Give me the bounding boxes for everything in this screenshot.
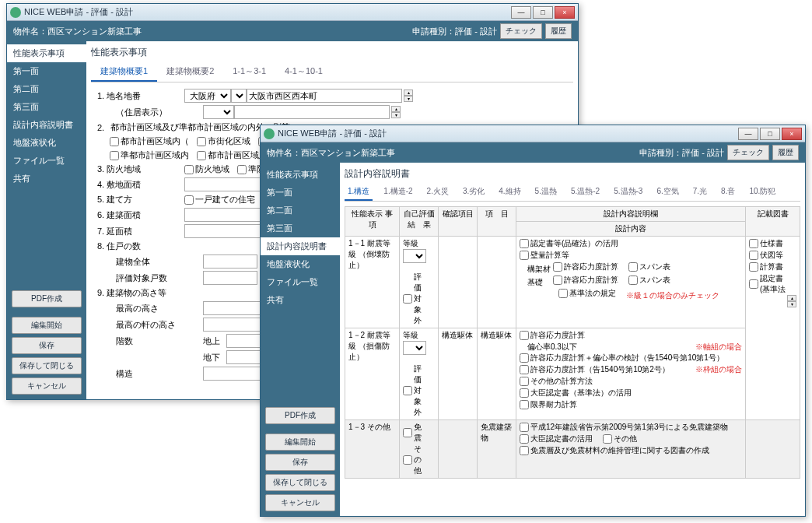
units-eval-input[interactable] (203, 271, 257, 285)
cb-doc-calc[interactable]: 計算書 (749, 262, 783, 272)
tab-onnetsu3[interactable]: 5.温熱-3 (611, 184, 646, 201)
juukyo-input[interactable] (234, 105, 390, 119)
units-total-input[interactable] (203, 254, 257, 269)
cb-nintei[interactable]: 認定書等(品確法）の活用 (520, 238, 618, 249)
check-button[interactable]: チェック (500, 23, 542, 39)
cb-span1[interactable]: スパン表 (628, 262, 670, 272)
grade-select-2[interactable] (403, 341, 426, 355)
close-button-2[interactable]: × (782, 128, 802, 140)
cb-shigaika[interactable]: 市街化区域 (197, 135, 250, 147)
address-spinner[interactable]: ▴▾ (404, 90, 413, 102)
cb-span2[interactable]: スパン表 (628, 275, 670, 286)
edit-button-2[interactable]: 編集開始 (265, 433, 335, 451)
cb-calc5[interactable]: 大臣認定書（基準法）の活用 (520, 388, 632, 398)
history-button[interactable]: 履歴 (545, 23, 572, 39)
address-input[interactable] (247, 89, 402, 103)
cb-kyoyou2[interactable]: 許容応力度計算 (553, 275, 618, 286)
row5-label: 建て方 (107, 195, 132, 204)
cb-calc6[interactable]: 限界耐力計算 (520, 399, 577, 410)
cb-im3[interactable]: その他 (603, 433, 637, 444)
sidebar2-item-p3[interactable]: 第三面 (261, 219, 340, 237)
cb-doc-spec[interactable]: 仕様書 (749, 238, 783, 249)
tab-41-101[interactable]: 4-1～10-1 (275, 62, 332, 82)
cancel-button[interactable]: キャンセル (12, 377, 82, 395)
apptype-label: 申請種別： (412, 26, 455, 37)
close-button[interactable]: × (555, 6, 575, 19)
cb-calc2[interactable]: 許容応力度計算＋偏心率の検討（告1540号第10第1号） (520, 353, 724, 363)
maximize-button[interactable]: □ (533, 6, 553, 19)
sidebar-item-p3[interactable]: 第三面 (7, 98, 86, 116)
cb-im1[interactable]: 平成12年建設省告示第2009号第1第3号による免震建築物 (520, 422, 729, 433)
sidebar2-item-design[interactable]: 設計内容説明書 (261, 237, 340, 255)
sidebar2-item-p2[interactable]: 第二面 (261, 202, 340, 219)
cb-im2[interactable]: 大臣認定書の活用 (520, 433, 593, 444)
pdf-button[interactable]: PDF作成 (12, 290, 82, 307)
minimize-button-2[interactable]: — (738, 128, 758, 140)
tab-overview1[interactable]: 建築物概要1 (91, 62, 157, 82)
cb-hekiryou[interactable]: 壁量計算等 (520, 250, 569, 261)
sidebar2-item-files[interactable]: ファイル一覧 (261, 273, 340, 291)
grade-select-1[interactable] (403, 249, 426, 263)
tab-onnetsu2[interactable]: 5.温熱-2 (568, 184, 603, 201)
check-button-2[interactable]: チェック (727, 145, 769, 160)
cb-doc-nintei[interactable]: 認定書(基準法 (749, 273, 789, 295)
tab-iji[interactable]: 4.維持 (495, 184, 523, 201)
cb-menshin[interactable]: 免震 (403, 422, 427, 444)
sidebar2-item-performance[interactable]: 性能表示事項 (261, 166, 340, 184)
sidebar: 性能表示事項 第一面 第二面 第三面 設計内容説明書 地盤液状化 ファイル一覧 … (7, 41, 86, 399)
minimize-button[interactable]: — (511, 6, 531, 19)
tab-bouhan[interactable]: 10.防犯 (746, 184, 779, 201)
tab-onnetsu1[interactable]: 5.温熱 (532, 184, 560, 201)
cb-calc3[interactable]: 許容応力度計算（告1540号第10第2号） (520, 364, 670, 375)
tab-kouzou2[interactable]: 1.構造-2 (380, 184, 415, 201)
pdf-button-2[interactable]: PDF作成 (265, 407, 335, 424)
sidebar-item-share[interactable]: 共有 (7, 170, 86, 188)
tab-kasai[interactable]: 2.火災 (424, 184, 452, 201)
pref-select[interactable]: 大阪府 (184, 89, 231, 103)
cb-calc4[interactable]: その他の計算方法 (520, 376, 593, 387)
tab-oto[interactable]: 8.音 (718, 184, 738, 201)
cb-excl-1[interactable]: 評価対象外 (403, 272, 427, 326)
edit-button[interactable]: 編集開始 (12, 317, 82, 334)
cb-bouka[interactable]: 防火地域 (184, 163, 229, 175)
cb-kyoyou1[interactable]: 許容応力度計算 (553, 262, 618, 272)
save-button[interactable]: 保存 (12, 337, 82, 354)
cb-toshikeikaku[interactable]: 都市計画区域内（ (110, 135, 189, 147)
cb-calc1[interactable]: 許容応力度計算 (520, 330, 585, 341)
cancel-button-2[interactable]: キャンセル (265, 494, 335, 511)
maximize-button-2[interactable]: □ (760, 128, 780, 140)
pref-sub-select[interactable] (231, 89, 247, 103)
tab-kuuki[interactable]: 6.空気 (653, 184, 681, 201)
sidebar2-item-share[interactable]: 共有 (261, 291, 340, 309)
cb-detached[interactable]: 一戸建ての住宅 (184, 194, 255, 205)
cb-doc-fuse[interactable]: 伏図等 (749, 250, 783, 261)
titlebar[interactable]: NICE WEB申請 - 評価 - 設計 — □ × (7, 4, 578, 21)
tab-overview2[interactable]: 建築物概要2 (157, 62, 223, 82)
titlebar-2[interactable]: NICE WEB申請 - 評価 - 設計 — □ × (261, 125, 805, 142)
tab-hikari[interactable]: 7.光 (690, 184, 710, 201)
juukyo-spinner[interactable]: ▴▾ (391, 106, 401, 118)
sidebar2-item-p1[interactable]: 第一面 (261, 184, 340, 202)
juukyo-select[interactable] (203, 105, 234, 119)
tab-kouzou1[interactable]: 1.構造 (345, 184, 373, 201)
save-close-button-2[interactable]: 保存して閉じる (265, 474, 335, 491)
sidebar-item-p2[interactable]: 第二面 (7, 80, 86, 98)
sidebar-2: 性能表示事項 第一面 第二面 第三面 設計内容説明書 地盤液状化 ファイル一覧 … (261, 163, 340, 516)
cb-jun-toshi[interactable]: 準都市計画区域内 (110, 149, 189, 161)
save-close-button[interactable]: 保存して閉じる (12, 357, 82, 374)
save-button-2[interactable]: 保存 (265, 454, 335, 471)
cb-sonota[interactable]: その他 (403, 444, 427, 476)
cb-excl-2[interactable]: 評価対象外 (403, 363, 427, 418)
tab-rekka[interactable]: 3.劣化 (460, 184, 488, 201)
cb-im4[interactable]: 免震層及び免震材料の維持管理に関する図書の作成 (520, 445, 709, 456)
tab-11-31[interactable]: 1-1～3-1 (223, 62, 275, 82)
history-button-2[interactable]: 履歴 (772, 145, 799, 160)
docs-spinner[interactable]: ▴▾ (787, 295, 796, 307)
sidebar-item-ground[interactable]: 地盤液状化 (7, 134, 86, 152)
sidebar-item-performance[interactable]: 性能表示事項 (7, 44, 86, 62)
sidebar-item-files[interactable]: ファイル一覧 (7, 152, 86, 170)
cb-kijunhou[interactable]: 基準法の規定 (558, 288, 616, 299)
sidebar-item-design[interactable]: 設計内容説明書 (7, 116, 86, 134)
sidebar2-item-ground[interactable]: 地盤液状化 (261, 255, 340, 273)
sidebar-item-p1[interactable]: 第一面 (7, 62, 86, 80)
